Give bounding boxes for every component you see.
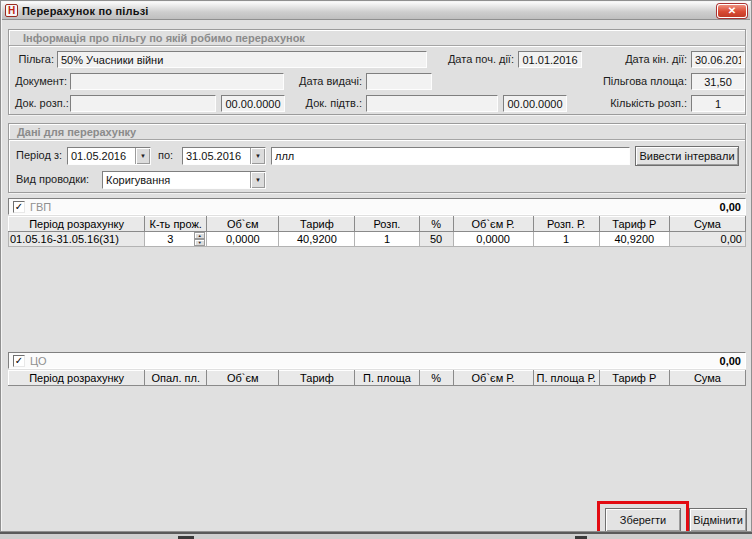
column-header: Період розрахунку	[9, 371, 145, 386]
column-header: Розп. Р.	[533, 217, 599, 232]
title-bar: Н Перерахунок по пільзі ✕	[2, 2, 750, 20]
period-to-label: по:	[158, 147, 173, 164]
doc-confirm-date-field[interactable]	[503, 95, 567, 112]
count-field[interactable]	[691, 95, 745, 112]
app-icon: Н	[5, 4, 18, 17]
entry-type-value: Коригування	[103, 172, 250, 188]
chevron-down-icon[interactable]: ▼	[250, 148, 265, 164]
column-header: Тариф	[279, 371, 355, 386]
spinner-up-icon[interactable]: ▲	[194, 232, 205, 239]
cell-percent[interactable]: 50	[419, 232, 453, 247]
column-header: Сума	[669, 371, 745, 386]
count-label: Кількість розп.:	[587, 95, 687, 112]
doc-confirm-field[interactable]	[366, 95, 498, 112]
cell-rozp[interactable]: 1	[355, 232, 419, 247]
gvp-data-row: 01.05.16-31.05.16(31) 3 ▲ ▼ 0,0000 40,92…	[9, 232, 746, 247]
column-header: Тариф	[279, 217, 355, 232]
co-header-row: Період розрахунку Опал. пл. Об`єм Тариф …	[9, 371, 746, 386]
gvp-table: Період розрахунку К-ть прож. Об`єм Тариф…	[8, 216, 746, 247]
benefit-area-field[interactable]	[691, 73, 745, 90]
column-header: К-ть прож.	[145, 217, 207, 232]
date-end-field[interactable]	[691, 51, 745, 68]
column-header: Період розрахунку	[9, 217, 145, 232]
doc-order-field[interactable]	[70, 95, 216, 112]
co-label: ЦО	[30, 355, 46, 367]
column-header: П. площа	[355, 371, 419, 386]
close-icon[interactable]: ✕	[717, 4, 747, 18]
background-window-edge	[0, 532, 752, 539]
cell-residents[interactable]: 3 ▲ ▼	[145, 232, 207, 247]
cell-period[interactable]: 01.05.16-31.05.16(31)	[9, 232, 145, 247]
co-checkbox[interactable]: ✓	[13, 355, 25, 367]
residents-value: 3	[146, 232, 194, 246]
column-header: Опал. пл.	[145, 371, 207, 386]
co-table: Період розрахунку Опал. пл. Об`єм Тариф …	[8, 370, 746, 386]
benefit-label: Пільга:	[15, 51, 54, 68]
show-intervals-button[interactable]: Вивести інтервали	[635, 146, 739, 166]
quantity-stepper[interactable]: ▲ ▼	[194, 232, 205, 246]
gvp-checkbox[interactable]: ✓	[13, 201, 25, 213]
period-to-value: 31.05.2016	[183, 148, 250, 164]
cell-volume[interactable]: 0,0000	[207, 232, 279, 247]
column-header: Сума	[669, 217, 745, 232]
info-groupbox: Інформація про пільгу по якій робимо пер…	[8, 29, 746, 115]
cell-rozp-r[interactable]: 1	[533, 232, 599, 247]
benefit-field[interactable]	[57, 51, 427, 68]
doc-confirm-label: Док. підтв.:	[294, 95, 362, 112]
co-total: 0,00	[720, 355, 741, 367]
dialog-window: Н Перерахунок по пільзі ✕ Інформація про…	[0, 0, 752, 532]
co-header-strip: ✓ ЦО 0,00	[8, 352, 746, 369]
document-label: Документ:	[15, 73, 67, 90]
column-header: Тариф Р	[599, 217, 669, 232]
cell-tariff-r[interactable]: 40,9200	[599, 232, 669, 247]
cell-tariff[interactable]: 40,9200	[279, 232, 355, 247]
save-button[interactable]: Зберегти	[605, 508, 681, 532]
cancel-button[interactable]: Відмінити	[689, 508, 747, 532]
cell-sum[interactable]: 0,00	[669, 232, 745, 247]
doc-order-label: Док. розп.:	[15, 95, 67, 112]
document-field[interactable]	[70, 73, 284, 90]
recalc-group-title: Дані для перерахунку	[9, 124, 745, 140]
entry-type-label: Вид проводки:	[16, 171, 89, 188]
column-header: Тариф Р	[599, 371, 669, 386]
column-header: Об`єм Р.	[453, 217, 533, 232]
cell-volume-r[interactable]: 0,0000	[453, 232, 533, 247]
date-start-field[interactable]	[518, 51, 582, 68]
spinner-down-icon[interactable]: ▼	[194, 239, 205, 246]
comment-input[interactable]	[271, 147, 630, 165]
column-header: %	[419, 217, 453, 232]
period-from-value: 01.05.2016	[68, 148, 135, 164]
info-group-title: Інформація про пільгу по якій робимо пер…	[9, 30, 745, 46]
issue-date-label: Дата видачі:	[294, 73, 362, 90]
recalc-groupbox: Дані для перерахунку Період з: 01.05.201…	[8, 123, 746, 193]
chevron-down-icon[interactable]: ▼	[135, 148, 150, 164]
column-header: Розп.	[355, 217, 419, 232]
window-title: Перерахунок по пільзі	[22, 5, 149, 17]
date-end-label: Дата кін. дії:	[599, 51, 687, 68]
chevron-down-icon[interactable]: ▼	[250, 172, 265, 188]
issue-date-field[interactable]	[366, 73, 432, 90]
column-header: П. площа Р.	[533, 371, 599, 386]
gvp-total: 0,00	[720, 201, 741, 213]
doc-order-date-field[interactable]	[221, 95, 285, 112]
column-header: %	[419, 371, 453, 386]
benefit-area-label: Пільгова площа:	[587, 73, 687, 90]
column-header: Об`єм	[207, 217, 279, 232]
column-header: Об`єм	[207, 371, 279, 386]
gvp-header-row: Період розрахунку К-ть прож. Об`єм Тариф…	[9, 217, 746, 232]
period-from-label: Період з:	[16, 147, 62, 164]
period-from-dropdown[interactable]: 01.05.2016 ▼	[67, 147, 151, 165]
column-header: Об`єм Р.	[453, 371, 533, 386]
date-start-label: Дата поч. дії:	[430, 51, 514, 68]
period-to-dropdown[interactable]: 31.05.2016 ▼	[182, 147, 266, 165]
entry-type-dropdown[interactable]: Коригування ▼	[102, 171, 266, 189]
gvp-label: ГВП	[30, 201, 51, 213]
gvp-header-strip: ✓ ГВП 0,00	[8, 198, 746, 215]
